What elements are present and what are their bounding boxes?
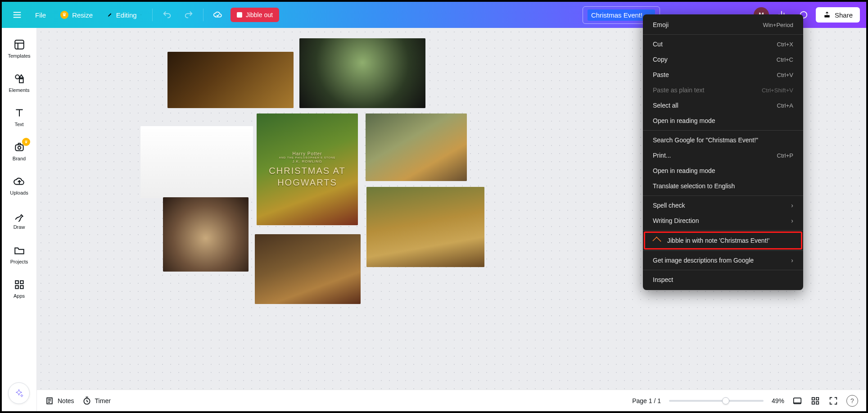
canvas-image[interactable]	[366, 187, 484, 267]
stop-icon	[237, 12, 242, 18]
ctx-paste[interactable]: PasteCtrl+V	[643, 67, 803, 82]
timer-label: Timer	[95, 397, 111, 404]
design-page[interactable]: Harry Potter AND THE PHILOSOPHER'S STONE…	[131, 36, 604, 324]
cloud-check-icon	[213, 10, 223, 20]
rail-elements[interactable]: Elements	[2, 71, 36, 95]
ctx-writing-direction[interactable]: Writing Direction›	[643, 213, 803, 228]
rail-brand[interactable]: Brand	[2, 140, 36, 163]
chevron-right-icon: ›	[791, 217, 793, 224]
rail-uploads[interactable]: Uploads	[2, 174, 36, 197]
fullscreen-button[interactable]	[828, 396, 838, 406]
rail-label: Uploads	[10, 190, 28, 195]
help-button[interactable]: ?	[846, 395, 858, 407]
timer-button[interactable]: Timer	[82, 396, 111, 405]
undo-icon	[162, 10, 172, 20]
crown-icon	[60, 11, 68, 19]
svg-rect-6	[20, 281, 23, 284]
ctx-emoji[interactable]: EmojiWin+Period	[643, 17, 803, 32]
draw-icon	[14, 210, 25, 222]
svg-rect-3	[15, 145, 23, 151]
cloud-sync-button[interactable]	[209, 6, 227, 24]
left-rail: Templates Elements Text Brand Uploads Dr…	[2, 28, 37, 411]
canvas-image[interactable]	[366, 113, 467, 181]
ctx-spell-check[interactable]: Spell check›	[643, 198, 803, 213]
canvas-image[interactable]	[255, 234, 361, 304]
ctx-reading-mode[interactable]: Open in reading mode	[643, 113, 803, 128]
zoom-slider[interactable]	[669, 400, 764, 402]
ctx-jibble-in[interactable]: Jibble in with note 'Christmas Event!'	[643, 232, 803, 249]
ctx-reading-mode-2[interactable]: Open in reading mode	[643, 163, 803, 178]
pencil-icon	[107, 12, 113, 18]
rail-label: Templates	[8, 53, 30, 59]
jibble-icon	[653, 236, 661, 245]
svg-rect-2	[19, 79, 23, 83]
svg-rect-7	[15, 286, 18, 289]
svg-rect-5	[15, 281, 18, 284]
ctx-cut[interactable]: CutCtrl+X	[643, 36, 803, 52]
ctx-copy[interactable]: CopyCtrl+C	[643, 52, 803, 67]
rail-label: Text	[14, 122, 23, 127]
ctx-search-google[interactable]: Search Google for "Christmas Event!"	[643, 132, 803, 148]
ctx-translate[interactable]: Translate selection to English	[643, 178, 803, 194]
canvas-image-poster[interactable]: Harry Potter AND THE PHILOSOPHER'S STONE…	[257, 113, 358, 225]
view-mode-button[interactable]	[792, 396, 802, 406]
ctx-inspect[interactable]: Inspect	[643, 272, 803, 287]
redo-button[interactable]	[180, 6, 198, 24]
file-menu[interactable]: File	[30, 8, 51, 23]
rail-label: Projects	[10, 259, 28, 264]
rail-label: Draw	[14, 224, 25, 230]
rail-draw[interactable]: Draw	[2, 208, 36, 231]
menu-button[interactable]	[8, 6, 26, 24]
chevron-right-icon: ›	[791, 202, 793, 209]
editing-label: Editing	[116, 11, 137, 19]
svg-rect-13	[812, 401, 815, 404]
rail-label: Apps	[14, 293, 25, 299]
timer-icon	[82, 396, 91, 405]
resize-button[interactable]: Resize	[55, 7, 98, 23]
chevron-down-icon	[140, 12, 141, 18]
undo-button[interactable]	[158, 6, 176, 24]
fullscreen-icon	[828, 396, 838, 406]
file-label: File	[35, 11, 46, 19]
help-icon: ?	[850, 397, 854, 404]
sparkle-icon	[14, 388, 24, 398]
svg-rect-8	[20, 286, 23, 289]
rail-apps[interactable]: Apps	[2, 277, 36, 300]
grid-icon	[810, 396, 820, 406]
share-icon	[823, 11, 831, 19]
ctx-image-descriptions[interactable]: Get image descriptions from Google›	[643, 253, 803, 268]
app-root: File Resize Editing Jibble out M Share	[0, 0, 868, 413]
share-button[interactable]: Share	[816, 7, 860, 23]
svg-point-4	[18, 146, 21, 150]
ctx-paste-plain: Paste as plain textCtrl+Shift+V	[643, 82, 803, 98]
rail-text[interactable]: Text	[2, 105, 36, 129]
notes-icon	[45, 396, 54, 405]
ctx-print[interactable]: Print...Ctrl+P	[643, 148, 803, 163]
page-indicator: Page 1 / 1	[632, 397, 661, 404]
divider	[203, 9, 203, 21]
notes-button[interactable]: Notes	[45, 396, 74, 405]
context-menu: EmojiWin+Period CutCtrl+X CopyCtrl+C Pas…	[643, 14, 803, 290]
slider-thumb[interactable]	[722, 397, 729, 404]
magic-button[interactable]	[8, 382, 30, 404]
editing-mode-button[interactable]: Editing	[102, 8, 147, 23]
jibble-out-button[interactable]: Jibble out	[231, 8, 279, 22]
uploads-icon	[14, 176, 25, 187]
jibble-label: Jibble out	[246, 11, 273, 18]
canvas-image[interactable]	[140, 126, 253, 198]
poster-text: Harry Potter AND THE PHILOSOPHER'S STONE…	[269, 151, 345, 187]
canvas-image[interactable]	[299, 38, 425, 108]
text-icon	[14, 107, 25, 119]
apps-icon	[14, 279, 25, 290]
chevron-right-icon: ›	[791, 257, 793, 264]
crown-badge-icon	[22, 138, 30, 146]
grid-view-button[interactable]	[810, 396, 820, 406]
svg-rect-0	[15, 40, 24, 49]
folder-icon	[14, 245, 25, 256]
rail-projects[interactable]: Projects	[2, 243, 36, 266]
rail-templates[interactable]: Templates	[2, 37, 36, 60]
divider	[152, 9, 153, 21]
canvas-image[interactable]	[163, 197, 249, 272]
canvas-image[interactable]	[167, 52, 294, 108]
ctx-select-all[interactable]: Select allCtrl+A	[643, 98, 803, 113]
